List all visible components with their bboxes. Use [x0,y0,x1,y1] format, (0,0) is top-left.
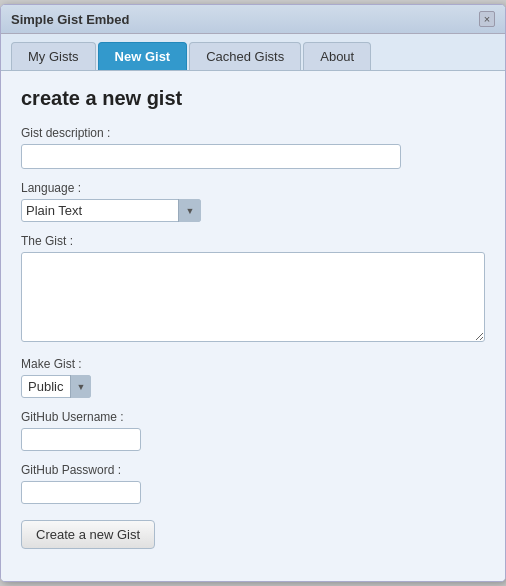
username-group: GitHub Username : [21,410,485,451]
language-label: Language : [21,181,485,195]
tab-new-gist[interactable]: New Gist [98,42,188,70]
tab-bar: My Gists New Gist Cached Gists About [1,34,505,71]
language-select-wrapper: Plain Text JavaScript Python Ruby CSS HT… [21,199,485,222]
language-select[interactable]: Plain Text JavaScript Python Ruby CSS HT… [21,199,201,222]
description-label: Gist description : [21,126,485,140]
make-gist-label: Make Gist : [21,357,485,371]
username-label: GitHub Username : [21,410,485,424]
language-select-container: Plain Text JavaScript Python Ruby CSS HT… [21,199,201,222]
submit-group: Create a new Gist [21,516,485,549]
make-gist-group: Make Gist : Public Secret [21,357,485,398]
main-content: create a new gist Gist description : Lan… [1,71,505,581]
username-input[interactable] [21,428,141,451]
make-gist-select-container: Public Secret [21,375,91,398]
gist-textarea[interactable] [21,252,485,342]
tab-about[interactable]: About [303,42,371,70]
window-title: Simple Gist Embed [11,12,129,27]
app-window: Simple Gist Embed × My Gists New Gist Ca… [0,4,506,582]
make-gist-select[interactable]: Public Secret [21,375,91,398]
password-input[interactable] [21,481,141,504]
language-group: Language : Plain Text JavaScript Python … [21,181,485,222]
password-label: GitHub Password : [21,463,485,477]
gist-group: The Gist : [21,234,485,345]
page-title: create a new gist [21,87,485,110]
password-group: GitHub Password : [21,463,485,504]
description-group: Gist description : [21,126,485,169]
create-gist-button[interactable]: Create a new Gist [21,520,155,549]
tab-my-gists[interactable]: My Gists [11,42,96,70]
description-input[interactable] [21,144,401,169]
titlebar: Simple Gist Embed × [1,5,505,34]
gist-label: The Gist : [21,234,485,248]
close-button[interactable]: × [479,11,495,27]
tab-cached-gists[interactable]: Cached Gists [189,42,301,70]
